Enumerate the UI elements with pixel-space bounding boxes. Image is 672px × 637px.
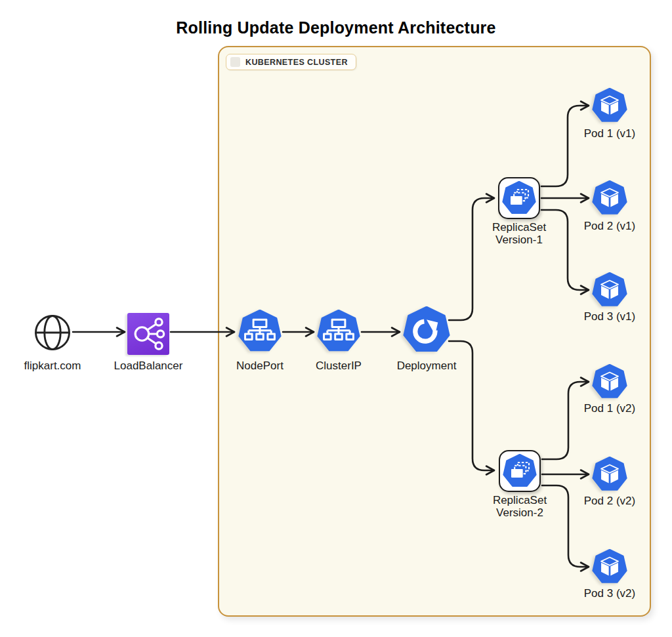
load-balancer-icon [127,313,169,355]
k8s-service-icon [238,310,282,353]
globe-icon [33,314,72,352]
k8s-replicaset-icon [498,177,540,219]
edge-replicaset2-pod1v2 [542,382,589,459]
k8s-deployment-icon [403,306,450,354]
node-label: flipkart.com [0,360,105,372]
node-label: Pod 3 (v2) [557,587,662,600]
node-label: Pod 1 (v2) [557,402,662,415]
k8s-pod-icon [592,272,627,308]
edge-deployment-replicaset1 [449,198,494,320]
diagram-canvas: Rolling Update Deployment Architecture K… [0,0,672,637]
k8s-service-icon [317,310,360,353]
node-label: Pod 3 (v1) [557,310,662,323]
k8s-pod-icon [592,88,627,123]
node-label: Deployment [374,360,479,372]
k8s-pod-icon [592,457,627,492]
node-label: Pod 2 (v2) [557,495,662,507]
replicaset-sublabel: Version-1 [467,234,572,246]
k8s-replicaset-icon [499,450,541,492]
replicaset-sublabel: Version-2 [467,506,572,519]
node-label: LoadBalancer [96,360,201,372]
node-label: Pod 1 (v1) [557,127,662,140]
node-label: ReplicaSet Version-1 [467,221,572,246]
replicaset-label: ReplicaSet [467,221,572,234]
node-label: Pod 2 (v1) [557,220,662,232]
replicaset-label: ReplicaSet [467,494,572,506]
edge-replicaset1-pod1v1 [541,106,589,186]
k8s-pod-icon [592,180,627,216]
node-label: ReplicaSet Version-2 [467,494,572,519]
k8s-pod-icon [592,364,627,400]
k8s-pod-icon [592,549,627,585]
